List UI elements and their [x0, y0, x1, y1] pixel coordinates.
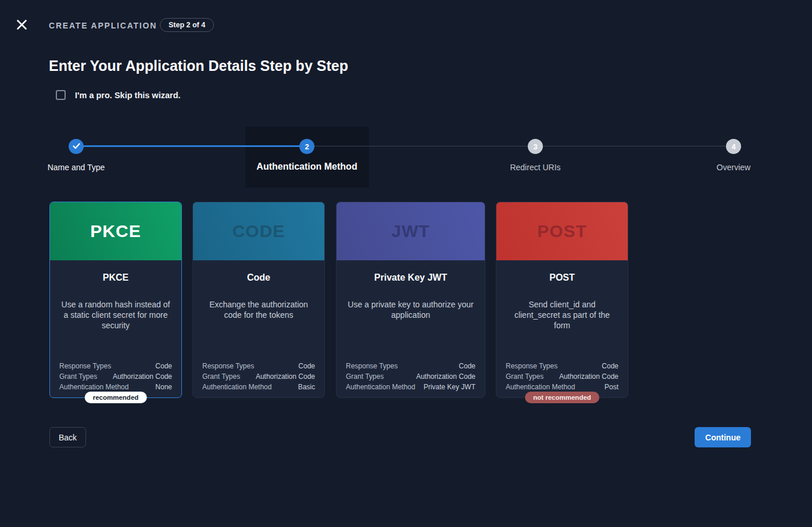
card-banner: PKCE	[50, 202, 181, 260]
detail-row: Grant Types Authorization Code	[59, 371, 172, 382]
step-1-label: Name and Type	[48, 163, 105, 172]
stepper-connector-done	[76, 145, 307, 147]
card-title: POST	[506, 273, 618, 283]
card-banner: CODE	[193, 202, 324, 260]
detail-row: Grant Types Authorization Code	[346, 371, 475, 382]
skip-wizard-label: I'm a pro. Skip this wizard.	[75, 91, 181, 100]
card-banner: POST	[496, 202, 628, 260]
detail-value: Code	[155, 361, 172, 371]
continue-button[interactable]: Continue	[695, 427, 751, 447]
detail-value: Code	[602, 361, 618, 371]
step-3-circle[interactable]: 3	[528, 139, 543, 154]
card-title: PKCE	[59, 273, 172, 283]
detail-label: Authentication Method	[346, 382, 415, 392]
stepper-connector	[535, 146, 734, 146]
detail-value: Authorization Code	[559, 371, 618, 382]
detail-value: Private Key JWT	[424, 382, 475, 392]
detail-row: Authentication Method Post	[506, 382, 618, 392]
step-count-badge: Step 2 of 4	[160, 18, 214, 32]
auth-method-card-pkce[interactable]: PKCE PKCE Use a random hash instead of a…	[49, 202, 182, 398]
card-description: Send client_id and client_secret as part…	[506, 300, 618, 331]
detail-label: Grant Types	[506, 371, 543, 382]
auth-method-card-post[interactable]: POST POST Send client_id and client_secr…	[496, 202, 628, 398]
detail-value: Authorization Code	[113, 371, 172, 382]
close-button[interactable]	[14, 18, 29, 33]
check-icon	[73, 142, 80, 151]
detail-value: Post	[604, 382, 618, 392]
card-title: Private Key JWT	[346, 273, 475, 283]
step-2-number: 2	[305, 142, 309, 151]
detail-label: Response Types	[59, 361, 111, 371]
auth-method-cards: PKCE PKCE Use a random hash instead of a…	[49, 202, 751, 411]
recommended-badge: recommended	[85, 392, 147, 403]
step-3-number: 3	[533, 142, 537, 151]
detail-value: Authorization Code	[416, 371, 475, 382]
card-description: Use a private key to authorize your appl…	[346, 300, 475, 321]
card-banner-text: JWT	[391, 221, 430, 241]
step-4-label: Overview	[717, 163, 750, 172]
active-step-highlight	[245, 127, 369, 188]
detail-row: Response Types Code	[506, 361, 618, 371]
detail-row: Response Types Code	[346, 361, 475, 371]
detail-row: Grant Types Authorization Code	[202, 371, 315, 382]
step-3-label: Redirect URIs	[510, 163, 560, 172]
detail-row: Authentication Method Basic	[202, 382, 315, 392]
detail-value: None	[155, 382, 172, 392]
detail-row: Authentication Method None	[59, 382, 172, 392]
wizard-title: CREATE APPLICATION	[49, 21, 157, 30]
card-title: Code	[202, 273, 315, 283]
detail-value: Basic	[298, 382, 315, 392]
step-4-number: 4	[731, 142, 735, 151]
page-title: Enter Your Application Details Step by S…	[49, 58, 348, 74]
detail-value: Code	[459, 361, 475, 371]
step-2-label: Authentication Method	[256, 162, 357, 172]
card-description: Use a random hash instead of a static cl…	[59, 300, 172, 331]
card-details: Response Types Code Grant Types Authoriz…	[59, 361, 172, 392]
skip-wizard-checkbox[interactable]	[56, 90, 66, 100]
card-details: Response Types Code Grant Types Authoriz…	[506, 361, 618, 392]
step-1-circle[interactable]	[69, 139, 84, 154]
card-description: Exchange the authorization code for the …	[202, 300, 315, 321]
detail-label: Authentication Method	[59, 382, 128, 392]
detail-label: Response Types	[202, 361, 254, 371]
close-icon	[16, 19, 27, 32]
card-details: Response Types Code Grant Types Authoriz…	[202, 361, 315, 392]
card-banner-text: POST	[537, 221, 587, 241]
step-4-circle[interactable]: 4	[726, 139, 741, 154]
detail-row: Response Types Code	[202, 361, 315, 371]
step-2-circle[interactable]: 2	[299, 139, 314, 154]
detail-value: Code	[298, 361, 315, 371]
detail-label: Authentication Method	[506, 382, 575, 392]
card-banner: JWT	[337, 202, 485, 260]
detail-label: Response Types	[346, 361, 398, 371]
detail-label: Response Types	[506, 361, 557, 371]
card-body: PKCE Use a random hash instead of a stat…	[50, 273, 181, 410]
detail-label: Grant Types	[59, 371, 97, 382]
card-body: Code Exchange the authorization code for…	[193, 273, 324, 410]
back-button[interactable]: Back	[49, 427, 86, 447]
auth-method-card-jwt[interactable]: JWT Private Key JWT Use a private key to…	[336, 202, 485, 398]
card-body: Private Key JWT Use a private key to aut…	[337, 273, 485, 410]
detail-row: Response Types Code	[59, 361, 172, 371]
stepper-connector	[307, 146, 535, 146]
detail-label: Authentication Method	[202, 382, 271, 392]
auth-method-card-code[interactable]: CODE Code Exchange the authorization cod…	[192, 202, 325, 398]
card-body: POST Send client_id and client_secret as…	[496, 273, 628, 410]
detail-value: Authorization Code	[256, 371, 315, 382]
card-details: Response Types Code Grant Types Authoriz…	[346, 361, 475, 392]
wizard-stepper: 2 3 4 Name and Type Authentication Metho…	[49, 127, 751, 188]
not-recommended-badge: not recommended	[525, 392, 599, 403]
card-banner-text: PKCE	[90, 221, 141, 241]
detail-label: Grant Types	[346, 371, 384, 382]
card-banner-text: CODE	[232, 221, 285, 241]
detail-label: Grant Types	[202, 371, 240, 382]
detail-row: Authentication Method Private Key JWT	[346, 382, 475, 392]
detail-row: Grant Types Authorization Code	[506, 371, 618, 382]
skip-wizard-row[interactable]: I'm a pro. Skip this wizard.	[56, 90, 181, 100]
